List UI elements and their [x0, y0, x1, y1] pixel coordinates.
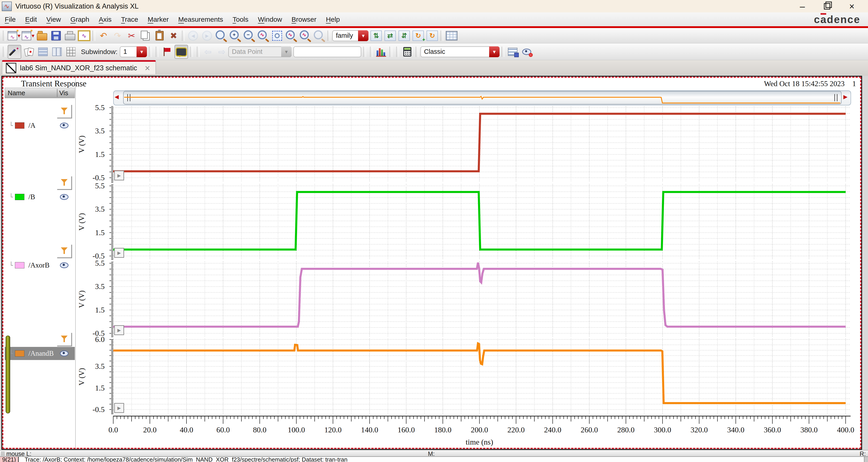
- zoom-waveform-button[interactable]: ∿: [257, 29, 270, 42]
- grid-layout-button[interactable]: [65, 45, 77, 58]
- save-button[interactable]: [50, 29, 62, 42]
- menu-edit[interactable]: Edit: [20, 16, 41, 23]
- filter-funnel-button[interactable]: [57, 176, 72, 190]
- menu-measurements[interactable]: Measurements: [174, 16, 228, 23]
- undo-button[interactable]: ↶: [97, 29, 110, 42]
- reload-button[interactable]: ↻: [426, 29, 438, 42]
- filter-funnel-button[interactable]: [57, 245, 72, 258]
- zoom-y-out-button[interactable]: ∿: [299, 29, 311, 42]
- zoom-in-button[interactable]: +: [229, 29, 241, 42]
- tab-close-icon[interactable]: ×: [145, 64, 150, 72]
- label-button[interactable]: [175, 45, 188, 59]
- previous-marker-button[interactable]: ⇦: [202, 45, 214, 58]
- wand-button[interactable]: [8, 45, 21, 59]
- delete-button[interactable]: ✖: [167, 29, 180, 42]
- zoom-region-button[interactable]: [313, 29, 326, 42]
- visibility-eye-icon[interactable]: [60, 350, 68, 357]
- menu-file[interactable]: File: [0, 16, 20, 23]
- plot-strip-a[interactable]: [107, 105, 851, 183]
- menu-marker[interactable]: Marker: [143, 16, 174, 23]
- toolbar-separator: [3, 31, 6, 41]
- family-combo[interactable]: family▾: [332, 30, 368, 41]
- redo-button[interactable]: ↷: [111, 29, 124, 42]
- signal-row-axorb[interactable]: └/AxorB: [5, 259, 75, 272]
- new-window-button[interactable]: ∿✶▾: [8, 29, 20, 42]
- combo-arrow-icon[interactable]: ▾: [281, 47, 291, 57]
- copy-button[interactable]: [139, 29, 152, 42]
- menu-trace[interactable]: Trace: [116, 16, 143, 23]
- zoom-box-button[interactable]: [271, 29, 283, 42]
- plot-expand-button[interactable]: ▶: [114, 171, 124, 181]
- next-marker-button[interactable]: ⇨: [216, 45, 228, 58]
- filter-funnel-button[interactable]: [57, 105, 72, 119]
- visibility-eye-icon[interactable]: [60, 262, 68, 268]
- paste-button[interactable]: [153, 29, 166, 42]
- marker-type-combo[interactable]: Data Point▾: [228, 47, 291, 57]
- calculator-button[interactable]: [401, 45, 414, 58]
- print-button[interactable]: [64, 29, 76, 42]
- next-view-button[interactable]: ▶: [201, 29, 213, 42]
- overlay-strips-button[interactable]: ⇄: [384, 29, 397, 42]
- plot-strip-anandb[interactable]: [107, 338, 851, 415]
- vertical-strips-button[interactable]: [51, 45, 63, 58]
- plot-strip-axorb[interactable]: [107, 260, 851, 338]
- visibility-eye-icon[interactable]: [60, 194, 68, 200]
- plot-expand-button[interactable]: ▶: [114, 403, 124, 413]
- combo-arrow-icon[interactable]: ▾: [358, 30, 368, 41]
- status-scrollbar[interactable]: [864, 457, 868, 462]
- plot-expand-button[interactable]: ▶: [114, 325, 124, 335]
- plot-strip-b[interactable]: [107, 183, 851, 260]
- filter-funnel-button[interactable]: [57, 333, 72, 346]
- histogram-button[interactable]: [375, 45, 388, 58]
- menu-axis[interactable]: Axis: [94, 16, 116, 23]
- table-view-button[interactable]: [445, 29, 458, 42]
- signal-row-a[interactable]: └/A: [5, 119, 75, 132]
- signal-row-anandb[interactable]: └/AnandB: [5, 347, 75, 360]
- menu-graph[interactable]: Graph: [66, 16, 94, 23]
- cut-button[interactable]: ✂: [125, 29, 138, 42]
- selection-slider[interactable]: [6, 336, 10, 413]
- scroll-left-icon[interactable]: ◀: [115, 94, 119, 100]
- dropdown-arrow-icon[interactable]: ▾: [18, 33, 20, 39]
- combo-arrow-icon[interactable]: ▾: [136, 47, 147, 57]
- menu-help[interactable]: Help: [321, 16, 345, 23]
- swap-strips-button[interactable]: ⇅: [370, 29, 382, 42]
- cards-button[interactable]: [23, 45, 35, 58]
- close-button[interactable]: ×: [849, 2, 855, 11]
- new-subwindow-button[interactable]: ∿✶▾: [22, 29, 34, 42]
- graph-area[interactable]: Transient Response Wed Oct 18 15:42:55 2…: [2, 76, 861, 449]
- dropdown-arrow-icon[interactable]: ▾: [32, 33, 34, 39]
- stack-strips-button[interactable]: ⇵: [398, 29, 410, 42]
- tab-lab6-schematic[interactable]: lab6 Sim_NAND_XOR_f23 schematic ×: [2, 60, 156, 74]
- flag-button[interactable]: [160, 45, 173, 58]
- open-button[interactable]: [36, 29, 49, 42]
- zoom-out-button[interactable]: −: [243, 29, 255, 42]
- panel-divider: [75, 78, 76, 448]
- menu-tools[interactable]: Tools: [228, 16, 253, 23]
- minimize-button[interactable]: –: [800, 2, 805, 11]
- snapshot-button[interactable]: ∿: [78, 29, 90, 42]
- y-tick-label: 3.5: [78, 205, 105, 213]
- signal-row-b[interactable]: └/B: [5, 190, 75, 204]
- waveform-trace-anandb[interactable]: [113, 343, 846, 403]
- y-tick-label: -0.5: [78, 406, 105, 413]
- horizontal-strips-button[interactable]: [37, 45, 49, 58]
- visibility-eye-icon[interactable]: [60, 123, 68, 128]
- save-style-button[interactable]: [506, 45, 519, 58]
- style-combo[interactable]: Classic▾: [421, 47, 500, 57]
- plot-expand-button[interactable]: ▶: [114, 248, 124, 258]
- scroll-right-icon[interactable]: ▶: [843, 94, 847, 100]
- restore-button[interactable]: [824, 3, 830, 9]
- menu-window[interactable]: Window: [253, 16, 287, 23]
- menu-view[interactable]: View: [41, 16, 66, 23]
- x-tick-label: 80.0: [246, 426, 273, 434]
- menu-browser[interactable]: Browser: [287, 16, 321, 23]
- reload-plus-button[interactable]: ↻+: [412, 29, 425, 42]
- combo-arrow-icon[interactable]: ▾: [489, 47, 500, 57]
- previous-view-button[interactable]: ◀: [187, 29, 199, 42]
- subwindow-combo[interactable]: 1▾: [120, 47, 147, 57]
- zoom-y-in-button[interactable]: ∿: [285, 29, 298, 42]
- hide-style-button[interactable]: [520, 45, 533, 58]
- marker-value-field[interactable]: [293, 47, 361, 57]
- zoom-fit-button[interactable]: [215, 29, 227, 42]
